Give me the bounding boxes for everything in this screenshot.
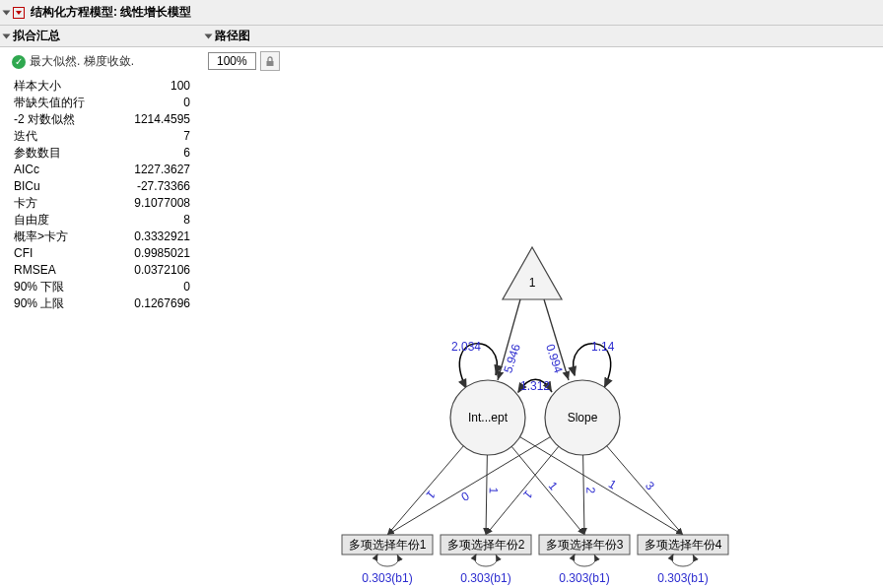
check-icon: ✓ [12,55,26,69]
fit-row-value: 0.3332921 [112,229,192,245]
fit-row: BICu-27.73366 [12,178,192,195]
fit-row-value: 0.0372106 [112,262,192,279]
fit-row-value: 100 [112,78,192,95]
fit-row-value: 7 [112,128,192,145]
residual-label: 0.303(b1) [362,571,412,585]
residual-arc [574,555,595,566]
fit-row-label: 参数数目 [12,145,112,162]
var-intercept-label: 2.034 [451,340,481,354]
sem-path-diagram[interactable]: 1 5.946 0.994 2.034 1.14 1.312 Int [202,75,882,588]
loading-intercept-label: 1 [487,487,501,493]
disclosure-icon[interactable] [3,33,11,38]
report-title-bar: 结构化方程模型: 线性增长模型 [0,0,883,26]
fit-row-label: CFI [12,245,112,262]
fit-row-label: BICu [12,178,112,195]
svg-marker-1 [503,247,562,299]
fit-row-label: -2 对数似然 [12,111,112,128]
fit-row: 自由度8 [12,212,192,229]
indicator-label: 多项选择年份3 [546,538,624,552]
fit-row-label: 自由度 [12,212,112,229]
loading-slope-path [583,455,584,535]
path-constant-slope-label: 0.994 [543,343,566,375]
fit-row: 概率>卡方0.3332921 [12,229,192,245]
fit-summary-title: 拟合汇总 [13,28,60,44]
disclosure-icon[interactable] [3,10,11,15]
fit-row-label: AICc [12,162,112,178]
convergence-status: ✓ 最大似然. 梯度收敛. [12,53,192,70]
indicator-label: 多项选择年份1 [349,538,427,552]
fit-row-value: 0.9985021 [112,245,192,262]
fit-row-label: 90% 上限 [12,295,112,312]
slope-node[interactable]: Slope [545,380,620,455]
loading-intercept-path [486,455,487,535]
diagram-toolbar: 100% [202,47,883,75]
fit-row: -2 对数似然1214.4595 [12,111,192,128]
fit-row: 迭代7 [12,128,192,145]
disclosure-icon[interactable] [205,33,213,38]
residual-label: 0.303(b1) [460,571,510,585]
fit-row: 样本大小100 [12,78,192,95]
report-title: 结构化方程模型: 线性增长模型 [27,2,195,23]
intercept-label: Int...ept [468,411,509,425]
residual-label: 0.303(b1) [559,571,609,585]
residual-arc [376,555,398,566]
constant-label: 1 [529,276,536,290]
fit-row: CFI0.9985021 [12,245,192,262]
constant-node[interactable]: 1 [503,247,562,299]
fit-row: AICc1227.3627 [12,162,192,178]
fit-row: 90% 上限0.1267696 [12,295,192,312]
slope-label: Slope [568,411,598,425]
fit-row-value: 9.1077008 [112,195,192,212]
fit-row-value: -27.73366 [112,178,192,195]
fit-row-value: 1227.3627 [112,162,192,178]
path-diagram-header: 路径图 [202,26,883,47]
fit-row-value: 0 [112,95,192,111]
lock-icon [265,56,275,67]
path-diagram-title: 路径图 [215,28,250,44]
fit-row-value: 1214.4595 [112,111,192,128]
residual-arc [672,555,694,566]
zoom-level[interactable]: 100% [208,52,256,70]
residual-label: 0.303(b1) [657,571,708,585]
covariance-label: 1.312 [520,379,550,393]
fit-row-label: 概率>卡方 [12,229,112,245]
var-slope-label: 1.14 [591,340,615,354]
report-menu-icon[interactable] [13,7,25,19]
svg-rect-0 [266,61,273,66]
path-constant-intercept-label: 5.946 [501,342,523,374]
fit-row-value: 6 [112,145,192,162]
indicator-label: 多项选择年份2 [447,538,525,552]
fit-row: 90% 下限0 [12,279,192,295]
fit-row: 参数数目6 [12,145,192,162]
fit-row-label: 卡方 [12,195,112,212]
fit-row: 带缺失值的行0 [12,95,192,111]
indicator-label: 多项选择年份4 [645,538,722,552]
residual-arc [475,555,497,566]
fit-row: 卡方9.1077008 [12,195,192,212]
intercept-node[interactable]: Int...ept [450,380,525,455]
fit-row-value: 0.1267696 [112,295,192,312]
status-text: 最大似然. 梯度收敛. [30,53,134,70]
fit-row-label: 样本大小 [12,78,112,95]
fit-row-label: 迭代 [12,128,112,145]
loading-slope-label: 2 [583,487,597,493]
fit-summary-header: 拟合汇总 [0,26,202,47]
fit-row-label: 带缺失值的行 [12,95,112,111]
fit-summary-table: 样本大小100带缺失值的行0-2 对数似然1214.4595迭代7参数数目6AI… [12,78,192,312]
fit-row-value: 8 [112,212,192,229]
lock-button[interactable] [260,51,280,71]
fit-row-value: 0 [112,279,192,295]
fit-row-label: RMSEA [12,262,112,279]
fit-row: RMSEA0.0372106 [12,262,192,279]
fit-row-label: 90% 下限 [12,279,112,295]
